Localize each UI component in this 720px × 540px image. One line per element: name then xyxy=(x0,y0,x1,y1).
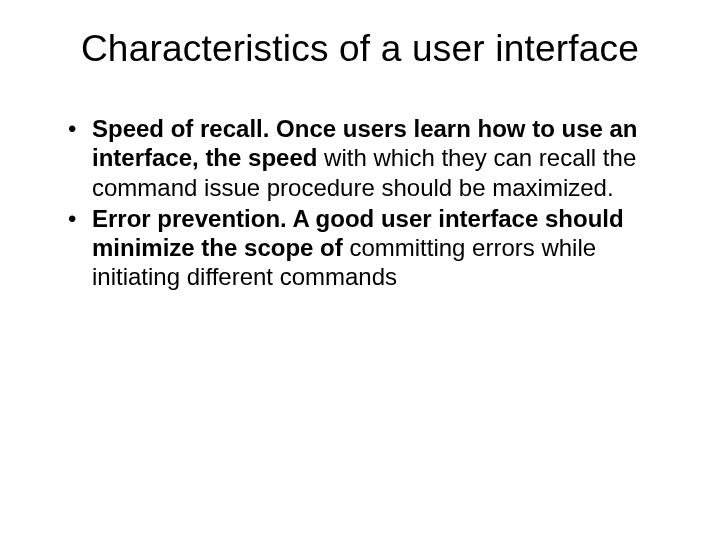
bullet-list: Speed of recall. Once users learn how to… xyxy=(68,114,664,292)
slide-container: Characteristics of a user interface Spee… xyxy=(0,0,720,540)
list-item: Error prevention. A good user interface … xyxy=(68,204,664,292)
list-item: Speed of recall. Once users learn how to… xyxy=(68,114,664,202)
slide-content: Speed of recall. Once users learn how to… xyxy=(56,114,664,292)
slide-title: Characteristics of a user interface xyxy=(56,28,664,70)
